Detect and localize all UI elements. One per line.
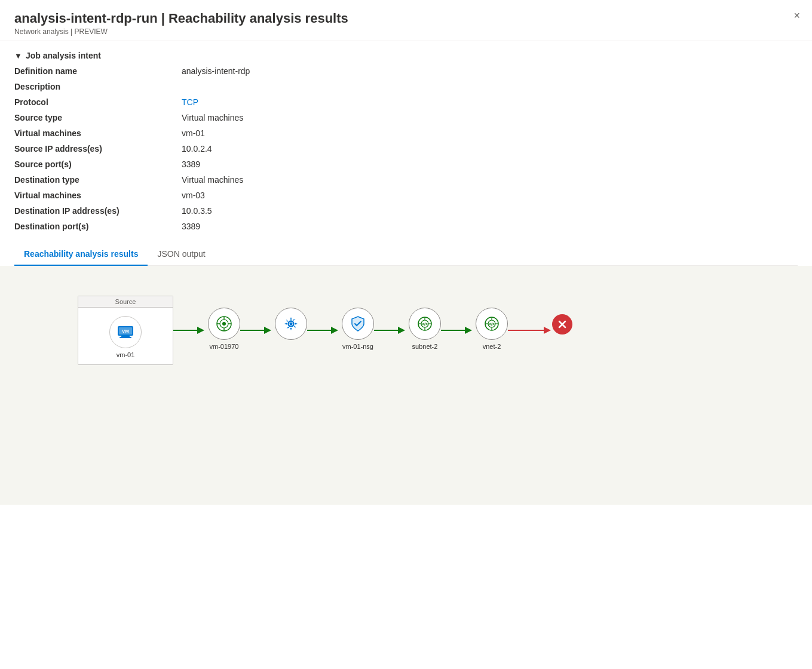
label-description: Description	[14, 82, 182, 91]
value-destination-type: Virtual machines	[182, 175, 243, 185]
source-box: Source VM vm-01	[78, 296, 173, 365]
svg-text:</>: </>	[489, 322, 495, 326]
svg-point-16	[290, 323, 293, 326]
svg-rect-2	[119, 337, 131, 338]
toggle-arrow-icon: ▼	[14, 51, 22, 60]
field-source-ip: Source IP address(es) 10.0.2.4	[14, 144, 798, 154]
x-icon	[557, 319, 568, 330]
label-destination-ip: Destination IP address(es)	[14, 206, 182, 216]
shield-icon	[350, 315, 366, 332]
label-destination-type: Destination type	[14, 175, 182, 185]
vm-icon: VM	[117, 325, 134, 339]
subnet-icon: </>	[416, 315, 434, 333]
close-button[interactable]: ×	[793, 10, 800, 22]
vm-01970-circle	[208, 308, 240, 340]
main-panel: analysis-intent-rdp-run | Reachability a…	[0, 0, 812, 669]
subnet-label: subnet-2	[412, 343, 438, 350]
value-source-ip: 10.0.2.4	[182, 144, 212, 154]
nic-icon	[215, 314, 234, 333]
diagram-area: Source VM vm-01	[0, 266, 812, 505]
arrow-5	[508, 324, 556, 336]
nsg-label: vm-01-nsg	[342, 343, 373, 350]
content-area: ▼ Job analysis intent Definition name an…	[0, 41, 812, 266]
field-source-vms: Virtual machines vm-01	[14, 128, 798, 138]
arrow-1	[240, 324, 276, 336]
nsg-circle	[342, 308, 374, 340]
vm-01-circle: VM	[109, 316, 142, 348]
section-label: Job analysis intent	[26, 51, 101, 60]
svg-text:</>: </>	[422, 322, 428, 326]
arrow-2	[307, 324, 343, 336]
arrow-3	[374, 324, 410, 336]
value-source-ports: 3389	[182, 159, 200, 169]
header: analysis-intent-rdp-run | Reachability a…	[0, 0, 812, 41]
tab-json[interactable]: JSON output	[148, 243, 215, 266]
label-source-vms: Virtual machines	[14, 128, 182, 138]
svg-text:VM: VM	[122, 329, 129, 334]
arrow-4	[441, 324, 477, 336]
value-source-type: Virtual machines	[182, 113, 243, 122]
svg-point-8	[222, 322, 226, 326]
node-gear	[275, 308, 307, 343]
node-subnet: </> subnet-2	[409, 308, 441, 350]
subnet-circle: </>	[409, 308, 441, 340]
tabs-container: Reachability analysis results JSON outpu…	[14, 243, 798, 266]
vm-01-label: vm-01	[117, 351, 135, 358]
field-definition-name: Definition name analysis-intent-rdp	[14, 66, 798, 76]
field-source-type: Source type Virtual machines	[14, 113, 798, 122]
node-vnet: </> vnet-2	[476, 308, 508, 350]
label-protocol: Protocol	[14, 97, 182, 107]
source-node-wrapper: VM vm-01	[78, 308, 173, 364]
field-destination-ports: Destination port(s) 3389	[14, 222, 798, 231]
job-analysis-toggle[interactable]: ▼ Job analysis intent	[14, 51, 798, 60]
node-vm-01970: vm-01970	[208, 308, 240, 350]
arrow-0	[173, 324, 209, 336]
page-title: analysis-intent-rdp-run | Reachability a…	[14, 11, 798, 26]
field-source-ports: Source port(s) 3389	[14, 159, 798, 169]
field-destination-vms: Virtual machines vm-03	[14, 191, 798, 200]
value-destination-vms: vm-03	[182, 191, 205, 200]
gear-icon	[282, 315, 300, 333]
field-protocol: Protocol TCP	[14, 97, 798, 107]
value-destination-ports: 3389	[182, 222, 200, 231]
label-destination-vms: Virtual machines	[14, 191, 182, 200]
label-source-ip: Source IP address(es)	[14, 144, 182, 154]
label-source-ports: Source port(s)	[14, 159, 182, 169]
diagram-inner: Source VM vm-01	[0, 266, 812, 505]
value-destination-ip: 10.0.3.5	[182, 206, 212, 216]
field-description: Description	[14, 82, 798, 91]
page-subtitle: Network analysis | PREVIEW	[14, 27, 798, 36]
fields-container: Definition name analysis-intent-rdp Desc…	[14, 66, 798, 231]
gear-circle	[275, 308, 307, 340]
source-box-label: Source	[78, 296, 173, 308]
vnet-label: vnet-2	[483, 343, 501, 350]
end-node	[552, 314, 572, 334]
value-source-vms: vm-01	[182, 128, 205, 138]
label-source-type: Source type	[14, 113, 182, 122]
vnet-circle: </>	[476, 308, 508, 340]
field-destination-type: Destination type Virtual machines	[14, 175, 798, 185]
vnet-icon: </>	[483, 315, 501, 333]
label-destination-ports: Destination port(s)	[14, 222, 182, 231]
value-definition-name: analysis-intent-rdp	[182, 66, 250, 76]
value-protocol[interactable]: TCP	[182, 97, 198, 107]
vm-01970-label: vm-01970	[210, 343, 239, 350]
tab-reachability[interactable]: Reachability analysis results	[14, 243, 148, 266]
node-nsg: vm-01-nsg	[342, 308, 374, 350]
field-destination-ip: Destination IP address(es) 10.0.3.5	[14, 206, 798, 216]
label-definition-name: Definition name	[14, 66, 182, 76]
